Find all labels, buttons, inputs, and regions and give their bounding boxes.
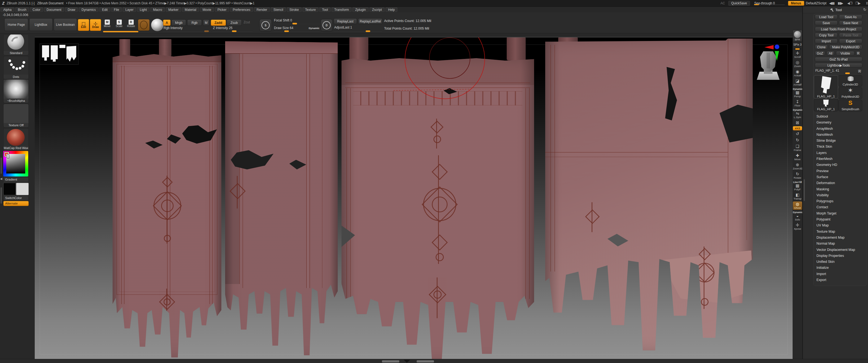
move-button[interactable]: ✚ Move — [793, 153, 802, 161]
adjust-last-slider[interactable]: AdjustLast 1 — [334, 26, 382, 32]
save-button[interactable]: Save — [815, 21, 838, 25]
tool-section-item[interactable]: Polygroups — [816, 198, 855, 204]
save-as-button[interactable]: Save As — [839, 15, 862, 19]
menu-item[interactable]: Alpha — [1, 7, 14, 12]
left-tray-scrollbar-2[interactable] — [1, 187, 2, 204]
menu-item[interactable]: Light — [137, 7, 150, 12]
tool-section-item[interactable]: Subtool — [816, 113, 855, 119]
current-material-button[interactable]: MatCap Red Wax — [3, 128, 29, 150]
menu-item[interactable]: Draw — [65, 7, 78, 12]
material-a-toggle[interactable]: A — [163, 20, 170, 26]
ghost-button[interactable]: ◍ Ghost — [793, 201, 802, 210]
minimize-icon[interactable]: ⊻ — [866, 1, 868, 5]
menu-item[interactable]: Stencil — [271, 7, 286, 12]
tool-section-item[interactable]: Unified Skin — [816, 259, 855, 265]
home-page-button[interactable]: Home Page — [4, 19, 28, 31]
brush-preview-sphere[interactable] — [151, 19, 164, 31]
zoom3d-button[interactable]: ⊕ Zoom3D — [793, 162, 802, 170]
menu-item[interactable]: Document — [44, 7, 64, 12]
tray-scrollbar[interactable] — [804, 179, 805, 201]
tool-section-item[interactable]: Contact — [816, 204, 855, 210]
m-button[interactable]: M — [203, 20, 209, 26]
focal-shift-icon[interactable]: S — [259, 19, 272, 31]
left-tray-collapse-arrow[interactable]: ◀ — [0, 177, 2, 180]
menu-item[interactable]: Transform — [332, 7, 351, 12]
menus-button[interactable]: Menus — [788, 1, 804, 6]
z-intensity-slider[interactable]: Z Intensity 25 — [212, 26, 252, 32]
tool-section-item[interactable]: Visibility — [816, 192, 855, 198]
menu-item[interactable]: Dynamics — [79, 7, 98, 12]
rotate-button[interactable]: ↻ Rotate — [793, 171, 802, 180]
flag-mesh-1[interactable] — [113, 54, 221, 359]
tool-section-item[interactable]: Deformation — [816, 180, 855, 186]
tool-section-item[interactable]: Layers — [816, 150, 855, 156]
goz-to-ipad-button[interactable]: GoZ To iPad — [815, 57, 862, 62]
tool-section-item[interactable]: UV Map — [816, 222, 855, 228]
flag-mesh-3[interactable] — [341, 58, 534, 360]
bottom-tray-collapse-arrow[interactable] — [404, 360, 410, 363]
menu-item[interactable]: Color — [30, 7, 43, 12]
goz-button[interactable]: GoZ — [815, 51, 825, 56]
doc-cycle-right-icon[interactable]: ❐▶ — [856, 1, 860, 5]
tool-section-item[interactable]: Display Properties — [816, 253, 855, 259]
current-texture-button[interactable]: Texture Off — [3, 104, 29, 128]
menu-item[interactable]: Help — [385, 7, 398, 12]
axis-x-arrow[interactable] — [764, 45, 774, 49]
clone-button[interactable]: Clone — [815, 45, 828, 49]
spix-slider[interactable]: SPix 3 — [793, 43, 802, 50]
xpose-button[interactable]: ✢ Xpose — [793, 222, 802, 231]
goz-visible-button[interactable]: Visible — [836, 51, 855, 56]
tool-section-item[interactable]: Import — [816, 271, 855, 277]
focal-shift-slider[interactable]: Focal Shift 0 — [273, 19, 319, 24]
tool-section-item[interactable]: Vector Displacement Map — [816, 247, 855, 253]
menu-item[interactable]: Movie — [200, 7, 214, 12]
tool-thumbnail-simplebrush[interactable]: S SimpleBrush — [838, 100, 862, 111]
zcut-button[interactable]: Zcut — [244, 20, 250, 24]
current-tool-thumbnail[interactable]: FLAG_HP_1 — [814, 75, 838, 99]
menu-item[interactable]: Texture — [303, 7, 318, 12]
dynamic-label[interactable]: Dynamic — [309, 27, 319, 30]
flag-mesh-2[interactable] — [225, 41, 338, 360]
axis-y-arrow[interactable] — [775, 51, 779, 61]
dynamic-size-icon[interactable]: D — [321, 19, 333, 31]
bottom-tray-handle-right[interactable] — [416, 360, 434, 362]
move-button[interactable]: M Move — [102, 20, 112, 28]
tool-section-item[interactable]: Preview — [816, 168, 855, 174]
tool-thumbnail-polymesh3d[interactable]: ✶ PolyMesh3D — [838, 87, 862, 99]
goz-all-button[interactable]: All — [827, 51, 835, 56]
rotate-y-button[interactable]: ↺ — [793, 131, 802, 137]
default-zscript-button[interactable]: DefaultZScript — [806, 1, 827, 5]
aahalf-button[interactable]: ◪ AAHalf — [793, 78, 802, 87]
make-polymesh3d-button[interactable]: Make PolyMesh3D — [829, 45, 862, 49]
replay-last-rel-button[interactable]: ReplayLastRel — [358, 19, 382, 24]
rotate-z-button[interactable]: ↻ — [793, 137, 802, 143]
zadd-button[interactable]: Zadd — [211, 20, 226, 26]
menu-item[interactable]: File — [111, 7, 122, 12]
draw-button[interactable]: -¦- Draw — [90, 19, 101, 31]
tool-section-item[interactable]: Morph Target — [816, 211, 855, 216]
tool-section-item[interactable]: Geometry HD — [816, 162, 855, 168]
rgb-intensity-slider[interactable]: Rgb Intensity — [163, 26, 211, 32]
bottom-tray-handle-left[interactable] — [382, 360, 399, 362]
tool-thumbnail-cylinder3d[interactable]: Cylinder3D — [838, 75, 862, 87]
zoom-button[interactable]: ◎ Zoom — [793, 60, 802, 68]
menu-item[interactable]: Layer — [123, 7, 136, 12]
tool-section-item[interactable]: Export — [816, 277, 855, 283]
color-picker[interactable] — [3, 151, 28, 176]
menu-item[interactable]: Zscript — [369, 7, 384, 12]
scroll-button[interactable]: ✛ Scroll — [793, 51, 802, 59]
tool-section-item[interactable]: NanoMesh — [816, 132, 855, 138]
alternate-button[interactable]: Alternate — [3, 201, 29, 206]
lsym-button[interactable]: Dynamic ⇋ L.Sym — [793, 108, 802, 119]
rgb-button[interactable]: Rgb — [187, 20, 202, 26]
rotate-button[interactable]: R Rotate — [126, 20, 136, 28]
saturation-value-square[interactable] — [6, 154, 25, 173]
tool-section-item[interactable]: Initialize — [816, 265, 855, 271]
tray-collapse-right-icon[interactable]: ▮▮▶ — [838, 1, 843, 5]
left-tray-scrollbar[interactable] — [1, 158, 2, 174]
xyz-button[interactable]: XYZ — [793, 126, 802, 130]
palette-reset-icon[interactable]: ↻ — [863, 7, 866, 12]
tool-section-item[interactable]: Masking — [816, 186, 855, 192]
actual-button[interactable]: ◉ Actual — [793, 69, 802, 77]
tray-collapse-left-icon[interactable]: ◀▮▮ — [829, 1, 834, 5]
